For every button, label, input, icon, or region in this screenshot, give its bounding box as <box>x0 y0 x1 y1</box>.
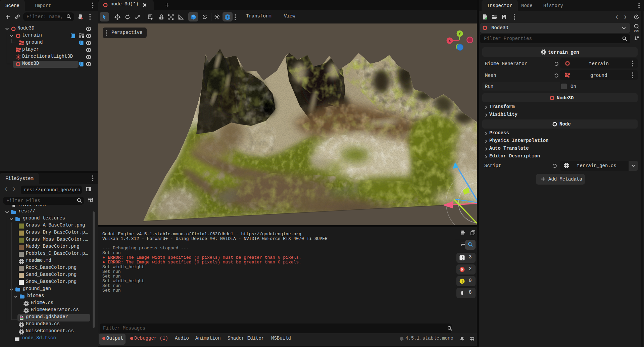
svg-text:DOC: DOC <box>634 29 639 32</box>
